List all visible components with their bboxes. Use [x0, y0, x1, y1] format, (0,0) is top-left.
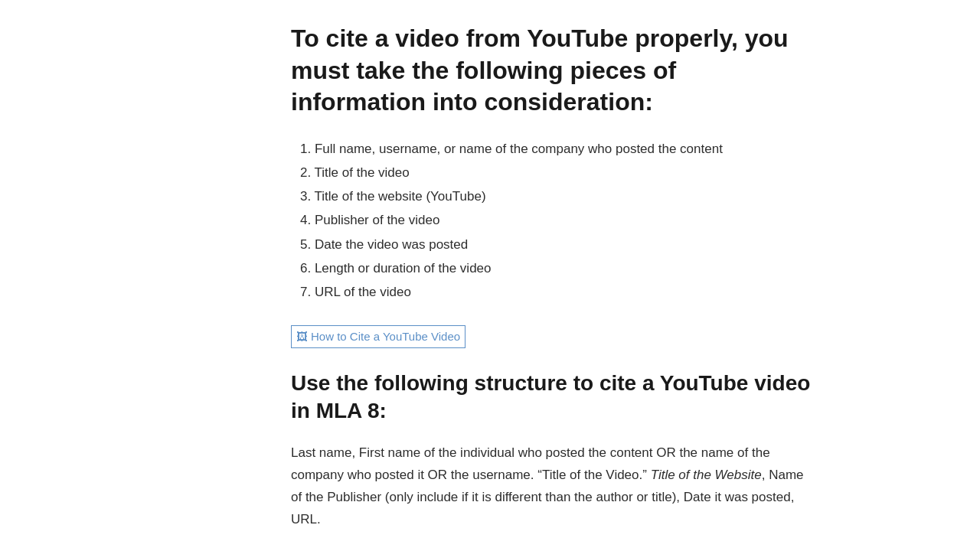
image-link-container[interactable]: 🖼 How to Cite a YouTube Video: [291, 325, 812, 370]
page-container: To cite a video from YouTube properly, y…: [138, 0, 842, 551]
image-icon: 🖼: [296, 328, 308, 346]
list-item: 7. URL of the video: [300, 280, 812, 304]
list-item: 5. Date the video was posted: [300, 233, 812, 256]
image-link[interactable]: 🖼 How to Cite a YouTube Video: [291, 325, 466, 348]
list-item: 3. Title of the website (YouTube): [300, 184, 812, 208]
list-item: 2. Title of the video: [300, 161, 812, 184]
mla-body-italic: Title of the Website: [651, 468, 762, 482]
mla-heading: Use the following structure to cite a Yo…: [291, 370, 812, 425]
info-list: 1. Full name, username, or name of the c…: [300, 137, 812, 304]
list-item: 4. Publisher of the video: [300, 208, 812, 232]
mla-body-paragraph: Last name, First name of the individual …: [291, 442, 812, 531]
image-link-text: How to Cite a YouTube Video: [311, 328, 460, 346]
intro-heading: To cite a video from YouTube properly, y…: [291, 23, 812, 119]
list-item: 1. Full name, username, or name of the c…: [300, 137, 812, 161]
list-item: 6. Length or duration of the video: [300, 256, 812, 280]
